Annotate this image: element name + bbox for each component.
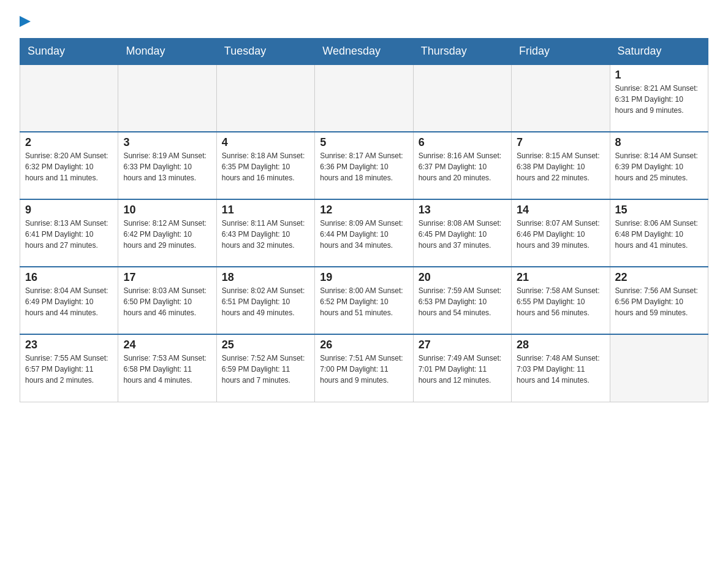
day-number: 21 <box>517 271 604 284</box>
calendar-cell: 21Sunrise: 7:58 AM Sunset: 6:55 PM Dayli… <box>512 267 610 334</box>
day-number: 26 <box>320 339 408 351</box>
day-number: 4 <box>222 136 309 149</box>
page-header <box>20 15 708 31</box>
day-info: Sunrise: 7:49 AM Sunset: 7:01 PM Dayligh… <box>419 353 506 386</box>
week-row: 23Sunrise: 7:55 AM Sunset: 6:57 PM Dayli… <box>20 334 708 402</box>
day-info: Sunrise: 8:04 AM Sunset: 6:49 PM Dayligh… <box>25 285 113 318</box>
calendar-cell: 11Sunrise: 8:11 AM Sunset: 6:43 PM Dayli… <box>216 199 314 267</box>
day-number: 19 <box>320 271 408 284</box>
day-info: Sunrise: 7:56 AM Sunset: 6:56 PM Dayligh… <box>615 285 703 318</box>
calendar-table: SundayMondayTuesdayWednesdayThursdayFrid… <box>20 38 708 402</box>
day-of-week-header: Thursday <box>413 39 511 65</box>
calendar-cell <box>413 64 511 132</box>
calendar-cell: 4Sunrise: 8:18 AM Sunset: 6:35 PM Daylig… <box>216 132 314 199</box>
calendar-cell: 24Sunrise: 7:53 AM Sunset: 6:58 PM Dayli… <box>118 334 216 402</box>
day-info: Sunrise: 7:53 AM Sunset: 6:58 PM Dayligh… <box>123 353 211 386</box>
day-number: 23 <box>25 339 113 351</box>
calendar-cell: 28Sunrise: 7:48 AM Sunset: 7:03 PM Dayli… <box>512 334 610 402</box>
calendar-cell <box>216 64 314 132</box>
calendar-cell: 16Sunrise: 8:04 AM Sunset: 6:49 PM Dayli… <box>20 267 118 334</box>
day-info: Sunrise: 7:58 AM Sunset: 6:55 PM Dayligh… <box>517 285 604 318</box>
day-info: Sunrise: 8:08 AM Sunset: 6:45 PM Dayligh… <box>419 218 506 251</box>
week-row: 2Sunrise: 8:20 AM Sunset: 6:32 PM Daylig… <box>20 132 708 199</box>
day-info: Sunrise: 7:59 AM Sunset: 6:53 PM Dayligh… <box>419 285 506 318</box>
day-of-week-header: Saturday <box>610 39 708 65</box>
calendar-cell <box>20 64 118 132</box>
calendar-cell: 12Sunrise: 8:09 AM Sunset: 6:44 PM Dayli… <box>315 199 413 267</box>
day-number: 3 <box>123 136 211 149</box>
calendar-cell <box>118 64 216 132</box>
day-number: 9 <box>25 204 113 216</box>
calendar-cell: 26Sunrise: 7:51 AM Sunset: 7:00 PM Dayli… <box>315 334 413 402</box>
day-info: Sunrise: 7:55 AM Sunset: 6:57 PM Dayligh… <box>25 353 113 386</box>
day-info: Sunrise: 8:14 AM Sunset: 6:39 PM Dayligh… <box>615 150 703 183</box>
day-of-week-header: Wednesday <box>315 39 413 65</box>
calendar-cell: 7Sunrise: 8:15 AM Sunset: 6:38 PM Daylig… <box>512 132 610 199</box>
day-number: 22 <box>615 271 703 284</box>
week-row: 16Sunrise: 8:04 AM Sunset: 6:49 PM Dayli… <box>20 267 708 334</box>
day-info: Sunrise: 8:02 AM Sunset: 6:51 PM Dayligh… <box>222 285 309 318</box>
day-number: 14 <box>517 204 604 216</box>
calendar-cell <box>315 64 413 132</box>
day-info: Sunrise: 8:03 AM Sunset: 6:50 PM Dayligh… <box>123 285 211 318</box>
day-info: Sunrise: 7:48 AM Sunset: 7:03 PM Dayligh… <box>517 353 604 386</box>
day-number: 15 <box>615 204 703 216</box>
calendar-cell: 17Sunrise: 8:03 AM Sunset: 6:50 PM Dayli… <box>118 267 216 334</box>
day-number: 13 <box>419 204 506 216</box>
calendar-cell: 3Sunrise: 8:19 AM Sunset: 6:33 PM Daylig… <box>118 132 216 199</box>
day-number: 18 <box>222 271 309 284</box>
day-number: 24 <box>123 339 211 351</box>
day-of-week-header: Monday <box>118 39 216 65</box>
day-info: Sunrise: 8:15 AM Sunset: 6:38 PM Dayligh… <box>517 150 604 183</box>
day-of-week-header: Tuesday <box>216 39 314 65</box>
day-number: 28 <box>517 339 604 351</box>
day-number: 1 <box>615 69 703 82</box>
day-info: Sunrise: 8:12 AM Sunset: 6:42 PM Dayligh… <box>123 218 211 251</box>
day-info: Sunrise: 8:19 AM Sunset: 6:33 PM Dayligh… <box>123 150 211 183</box>
calendar-cell: 5Sunrise: 8:17 AM Sunset: 6:36 PM Daylig… <box>315 132 413 199</box>
day-of-week-header: Friday <box>512 39 610 65</box>
day-info: Sunrise: 8:06 AM Sunset: 6:48 PM Dayligh… <box>615 218 703 251</box>
day-number: 27 <box>419 339 506 351</box>
calendar-cell: 13Sunrise: 8:08 AM Sunset: 6:45 PM Dayli… <box>413 199 511 267</box>
day-info: Sunrise: 8:20 AM Sunset: 6:32 PM Dayligh… <box>25 150 113 183</box>
week-row: 9Sunrise: 8:13 AM Sunset: 6:41 PM Daylig… <box>20 199 708 267</box>
calendar-cell: 23Sunrise: 7:55 AM Sunset: 6:57 PM Dayli… <box>20 334 118 402</box>
calendar-cell: 6Sunrise: 8:16 AM Sunset: 6:37 PM Daylig… <box>413 132 511 199</box>
day-number: 5 <box>320 136 408 149</box>
day-info: Sunrise: 8:11 AM Sunset: 6:43 PM Dayligh… <box>222 218 309 251</box>
day-info: Sunrise: 7:51 AM Sunset: 7:00 PM Dayligh… <box>320 353 408 386</box>
calendar-cell <box>610 334 708 402</box>
day-number: 10 <box>123 204 211 216</box>
calendar-header-row: SundayMondayTuesdayWednesdayThursdayFrid… <box>20 39 708 65</box>
calendar-cell: 8Sunrise: 8:14 AM Sunset: 6:39 PM Daylig… <box>610 132 708 199</box>
day-info: Sunrise: 8:17 AM Sunset: 6:36 PM Dayligh… <box>320 150 408 183</box>
week-row: 1Sunrise: 8:21 AM Sunset: 6:31 PM Daylig… <box>20 64 708 132</box>
day-info: Sunrise: 7:52 AM Sunset: 6:59 PM Dayligh… <box>222 353 309 386</box>
calendar-cell: 27Sunrise: 7:49 AM Sunset: 7:01 PM Dayli… <box>413 334 511 402</box>
calendar-cell: 20Sunrise: 7:59 AM Sunset: 6:53 PM Dayli… <box>413 267 511 334</box>
calendar-cell: 25Sunrise: 7:52 AM Sunset: 6:59 PM Dayli… <box>216 334 314 402</box>
day-number: 12 <box>320 204 408 216</box>
day-info: Sunrise: 8:07 AM Sunset: 6:46 PM Dayligh… <box>517 218 604 251</box>
day-info: Sunrise: 8:16 AM Sunset: 6:37 PM Dayligh… <box>419 150 506 183</box>
svg-marker-0 <box>20 16 31 27</box>
calendar-cell: 18Sunrise: 8:02 AM Sunset: 6:51 PM Dayli… <box>216 267 314 334</box>
day-info: Sunrise: 8:13 AM Sunset: 6:41 PM Dayligh… <box>25 218 113 251</box>
calendar-cell: 15Sunrise: 8:06 AM Sunset: 6:48 PM Dayli… <box>610 199 708 267</box>
calendar-cell: 10Sunrise: 8:12 AM Sunset: 6:42 PM Dayli… <box>118 199 216 267</box>
day-number: 16 <box>25 271 113 284</box>
day-number: 11 <box>222 204 309 216</box>
day-number: 7 <box>517 136 604 149</box>
calendar-cell: 1Sunrise: 8:21 AM Sunset: 6:31 PM Daylig… <box>610 64 708 132</box>
calendar-cell: 19Sunrise: 8:00 AM Sunset: 6:52 PM Dayli… <box>315 267 413 334</box>
day-number: 6 <box>419 136 506 149</box>
day-number: 25 <box>222 339 309 351</box>
calendar-cell: 14Sunrise: 8:07 AM Sunset: 6:46 PM Dayli… <box>512 199 610 267</box>
calendar-cell: 22Sunrise: 7:56 AM Sunset: 6:56 PM Dayli… <box>610 267 708 334</box>
day-number: 20 <box>419 271 506 284</box>
day-info: Sunrise: 8:21 AM Sunset: 6:31 PM Dayligh… <box>615 83 703 116</box>
logo-triangle-icon <box>20 13 31 27</box>
day-number: 8 <box>615 136 703 149</box>
calendar-cell: 2Sunrise: 8:20 AM Sunset: 6:32 PM Daylig… <box>20 132 118 199</box>
